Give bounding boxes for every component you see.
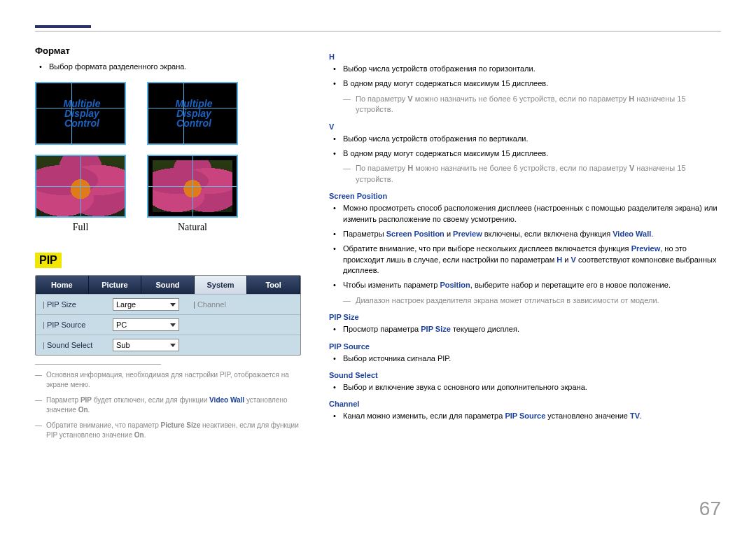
pip-source-select[interactable]: PC [113, 318, 179, 331]
sp-sub: Диапазон настроек разделителя экрана мож… [343, 295, 721, 306]
format-full-label: Full [35, 222, 126, 233]
psize-b: Просмотр параметра PIP Size текущего дис… [333, 324, 721, 335]
format-natural-image [147, 155, 238, 218]
ss-b: Выбор и включение звука с основного или … [333, 382, 721, 393]
pip-channel-disabled: Channel [197, 300, 226, 309]
pip-source-label: PIP Source [47, 321, 85, 329]
v-b1: Выбор числа устройств отображения по вер… [333, 134, 721, 144]
sp-b2: Параметры Screen Position и Preview вклю… [333, 229, 721, 239]
v-heading: V [329, 122, 721, 131]
footnote-1: Основная информация, необходимая для нас… [35, 370, 301, 390]
ch-heading: Channel [329, 400, 721, 408]
format-full-image [35, 155, 126, 218]
pip-sound-select[interactable]: Sub [113, 339, 179, 351]
v-sub: По параметру H можно назначить не более … [343, 163, 721, 185]
sp-b3: Обратите внимание, что при выборе нескол… [333, 244, 721, 276]
pip-badge: PIP [35, 253, 62, 268]
format-natural-mdc: Multiple Display Control [147, 82, 238, 145]
tab-sound[interactable]: Sound [141, 276, 195, 294]
left-column: Формат Выбор формата разделенного экрана… [35, 45, 301, 446]
chevron-down-icon [170, 303, 176, 307]
format-bullet: Выбор формата разделенного экрана. [39, 62, 301, 72]
sp-heading: Screen Position [329, 192, 721, 200]
pip-footnotes: Основная информация, необходимая для нас… [35, 370, 301, 440]
psource-b: Выбор источника сигнала PIP. [333, 353, 721, 364]
h-b2: В одном ряду могут содержаться максимум … [333, 78, 721, 115]
format-flower-grid: Full Natural [35, 155, 301, 233]
format-heading: Формат [35, 45, 301, 56]
footnote-2: Параметр PIP будет отключен, если для фу… [35, 395, 301, 415]
top-header-band [35, 21, 721, 31]
psource-heading: PIP Source [329, 342, 721, 351]
format-natural-label: Natural [147, 222, 238, 233]
h-sub: По параметру V можно назначить не более … [343, 94, 721, 115]
format-full-mdc: Multiple Display Control [35, 82, 126, 145]
pip-size-label: PIP Size [47, 300, 76, 309]
pip-sound-label: Sound Select [47, 341, 92, 349]
h-heading: H [329, 52, 721, 61]
tab-picture[interactable]: Picture [89, 276, 142, 294]
tab-system[interactable]: System [195, 276, 248, 294]
footnote-3: Обратите внимание, что параметр Picture … [35, 421, 301, 440]
pip-settings-panel: Home Picture Sound System Tool PIP Size … [35, 275, 301, 356]
right-column: H Выбор числа устройств отображения по г… [329, 45, 721, 446]
chevron-down-icon [170, 323, 176, 327]
tab-home[interactable]: Home [36, 276, 89, 294]
ss-heading: Sound Select [329, 371, 721, 379]
format-preview-grid: Multiple Display Control Multiple Displa… [35, 82, 301, 145]
page-number: 67 [699, 498, 721, 520]
ch-b: Канал можно изменить, если для параметра… [333, 411, 721, 421]
tab-tool[interactable]: Tool [247, 276, 300, 294]
chevron-down-icon [170, 344, 176, 347]
h-b1: Выбор числа устройств отображения по гор… [333, 64, 721, 74]
sp-b4: Чтобы изменить параметр Position, выбери… [333, 280, 721, 306]
psize-heading: PIP Size [329, 313, 721, 321]
v-b2: В одном ряду могут содержаться максимум … [333, 148, 721, 185]
sp-b1: Можно просмотреть способ расположения ди… [333, 203, 721, 225]
pip-size-select[interactable]: Large [113, 298, 179, 311]
